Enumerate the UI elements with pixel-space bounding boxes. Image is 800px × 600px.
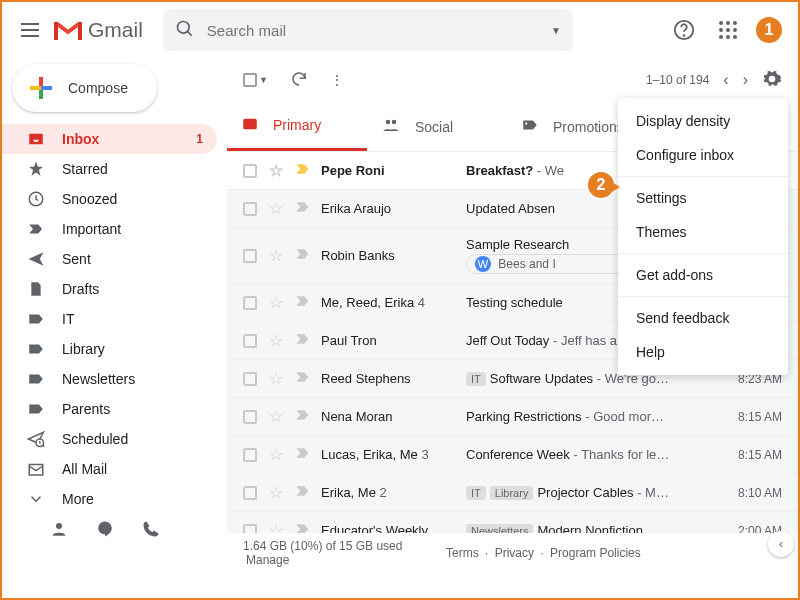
- folder-label: Sent: [62, 251, 91, 267]
- importance-marker[interactable]: [295, 333, 311, 348]
- menu-item-settings[interactable]: Settings: [618, 181, 788, 215]
- sidebar-item-inbox[interactable]: Inbox1: [2, 124, 217, 154]
- importance-marker[interactable]: [295, 371, 311, 386]
- importance-marker[interactable]: [295, 295, 311, 310]
- folder-label: Inbox: [62, 131, 99, 147]
- importance-marker[interactable]: [295, 523, 311, 533]
- select-dropdown-arrow[interactable]: ▼: [259, 75, 268, 85]
- star-icon[interactable]: ☆: [269, 407, 283, 426]
- menu-item-get-add-ons[interactable]: Get add-ons: [618, 258, 788, 292]
- email-checkbox[interactable]: [243, 249, 257, 263]
- privacy-link[interactable]: Privacy: [495, 546, 534, 560]
- tab-primary[interactable]: Primary: [227, 102, 367, 151]
- more-icon: [26, 490, 46, 508]
- person-icon[interactable]: [50, 520, 68, 541]
- gear-icon: [762, 69, 782, 89]
- email-sender: Educator's Weekly: [321, 523, 466, 533]
- importance-marker[interactable]: [295, 248, 311, 263]
- label-badge: IT: [466, 372, 486, 386]
- storage-text: 1.64 GB (10%) of 15 GB used: [243, 539, 443, 553]
- refresh-button[interactable]: [290, 70, 308, 91]
- main-menu-button[interactable]: [10, 10, 50, 50]
- menu-item-display-density[interactable]: Display density: [618, 104, 788, 138]
- star-icon[interactable]: ☆: [269, 483, 283, 502]
- sidebar-item-more[interactable]: More: [2, 484, 217, 514]
- prev-page-button[interactable]: ‹: [723, 71, 728, 89]
- settings-gear-button[interactable]: [762, 69, 782, 92]
- sidebar-item-it[interactable]: IT: [2, 304, 217, 334]
- email-sender: Paul Tron: [321, 333, 466, 348]
- sidebar-item-scheduled[interactable]: Scheduled: [2, 424, 217, 454]
- star-icon[interactable]: ☆: [269, 199, 283, 218]
- email-checkbox[interactable]: [243, 334, 257, 348]
- sidebar-item-all-mail[interactable]: All Mail: [2, 454, 217, 484]
- sidebar-item-sent[interactable]: Sent: [2, 244, 217, 274]
- search-icon: [175, 19, 195, 42]
- tab-label: Promotions: [553, 119, 624, 135]
- gmail-text: Gmail: [88, 18, 143, 42]
- phone-icon[interactable]: [142, 520, 160, 541]
- compose-button[interactable]: Compose: [12, 64, 157, 112]
- email-subject: NewslettersModern Nonfiction…: [466, 523, 728, 533]
- sidebar-item-starred[interactable]: Starred: [2, 154, 217, 184]
- email-checkbox[interactable]: [243, 410, 257, 424]
- sidebar-item-newsletters[interactable]: Newsletters: [2, 364, 217, 394]
- gmail-logo[interactable]: Gmail: [54, 18, 143, 42]
- more-button[interactable]: ⋮: [330, 72, 344, 88]
- email-checkbox[interactable]: [243, 202, 257, 216]
- settings-menu: 2 Display densityConfigure inboxSettings…: [618, 98, 788, 375]
- menu-item-send-feedback[interactable]: Send feedback: [618, 301, 788, 335]
- star-icon[interactable]: ☆: [269, 521, 283, 533]
- email-checkbox[interactable]: [243, 372, 257, 386]
- search-options-arrow[interactable]: ▼: [551, 25, 561, 36]
- sent-icon: [26, 250, 46, 268]
- star-icon[interactable]: ☆: [269, 293, 283, 312]
- email-row[interactable]: ☆Erika, Me 2ITLibraryProjector Cables - …: [227, 474, 798, 512]
- apps-button[interactable]: [710, 12, 746, 48]
- email-checkbox[interactable]: [243, 448, 257, 462]
- star-icon[interactable]: ☆: [269, 369, 283, 388]
- side-panel-toggle[interactable]: ‹: [768, 531, 794, 557]
- label-badge: Library: [490, 486, 534, 500]
- star-icon[interactable]: ☆: [269, 246, 283, 265]
- terms-link[interactable]: Terms: [446, 546, 479, 560]
- tab-social[interactable]: Social: [367, 102, 507, 151]
- sidebar-item-snoozed[interactable]: Snoozed: [2, 184, 217, 214]
- folder-label: More: [62, 491, 94, 507]
- importance-marker[interactable]: [295, 163, 311, 178]
- email-row[interactable]: ☆Lucas, Erika, Me 3Conference Week - Tha…: [227, 436, 798, 474]
- star-icon[interactable]: ☆: [269, 445, 283, 464]
- star-icon[interactable]: ☆: [269, 331, 283, 350]
- policies-link[interactable]: Program Policies: [550, 546, 641, 560]
- email-row[interactable]: ☆Nena MoranParking Restrictions - Good m…: [227, 398, 798, 436]
- menu-item-help[interactable]: Help: [618, 335, 788, 369]
- manage-link[interactable]: Manage: [246, 553, 289, 567]
- importance-marker[interactable]: [295, 409, 311, 424]
- svg-rect-10: [243, 118, 257, 129]
- next-page-button[interactable]: ›: [743, 71, 748, 89]
- importance-marker[interactable]: [295, 201, 311, 216]
- email-checkbox[interactable]: [243, 296, 257, 310]
- email-checkbox[interactable]: [243, 524, 257, 534]
- search-input[interactable]: [207, 22, 551, 39]
- menu-item-themes[interactable]: Themes: [618, 215, 788, 249]
- importance-marker[interactable]: [295, 485, 311, 500]
- search-bar[interactable]: ▼: [163, 9, 573, 51]
- sidebar-footer: [2, 520, 227, 541]
- apps-grid-icon: [719, 21, 737, 39]
- sidebar-item-library[interactable]: Library: [2, 334, 217, 364]
- sidebar-item-drafts[interactable]: Drafts: [2, 274, 217, 304]
- sidebar-item-parents[interactable]: Parents: [2, 394, 217, 424]
- support-button[interactable]: [666, 12, 702, 48]
- folder-label: Library: [62, 341, 105, 357]
- importance-marker[interactable]: [295, 447, 311, 462]
- star-icon[interactable]: ☆: [269, 161, 283, 180]
- folder-label: Drafts: [62, 281, 99, 297]
- email-checkbox[interactable]: [243, 486, 257, 500]
- menu-item-configure-inbox[interactable]: Configure inbox: [618, 138, 788, 172]
- select-all-checkbox[interactable]: [243, 73, 257, 87]
- email-checkbox[interactable]: [243, 164, 257, 178]
- hangouts-icon[interactable]: [96, 520, 114, 541]
- email-row[interactable]: ☆Educator's WeeklyNewslettersModern Nonf…: [227, 512, 798, 533]
- sidebar-item-important[interactable]: Important: [2, 214, 217, 244]
